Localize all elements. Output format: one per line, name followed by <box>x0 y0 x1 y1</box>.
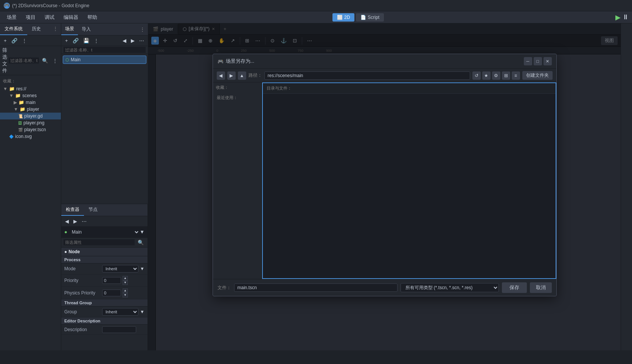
scene-extra-btn[interactable]: ⋯ <box>138 37 146 44</box>
nav-settings-btn[interactable]: ⚙ <box>492 71 500 80</box>
inspector-tabs: 检查器 节点 <box>61 204 148 216</box>
scene-node-main[interactable]: ⬡ Main <box>63 56 146 64</box>
tab-scene[interactable]: 场景 <box>61 23 78 35</box>
file-type-select[interactable]: 所有可用类型 (*.tscn, *.scn, *.res) <box>401 283 499 292</box>
scene-panel-more[interactable]: ⋮ <box>137 25 148 34</box>
tree-item-main[interactable]: ▶ 📁 main <box>0 99 61 106</box>
scene-save-btn[interactable]: 💾 <box>82 37 91 44</box>
tab-node[interactable]: 节点 <box>84 204 102 216</box>
dialog-title: 🎮 场景另存为... <box>217 58 524 65</box>
fs-options-btn[interactable]: ⋮ <box>51 57 59 64</box>
dialog-nav: ◀ ▶ ▲ 路径： ↺ ★ ⚙ ⊞ ≡ 创建文件夹 <box>213 69 556 82</box>
tree-item-scenes[interactable]: ▼ 📁 scenes <box>0 92 61 99</box>
process-section-header: Process <box>61 256 148 263</box>
nav-list-view-btn[interactable]: ≡ <box>512 71 520 80</box>
tree-item-player-png[interactable]: 🖼 player.png <box>0 119 61 126</box>
menu-bar: 场景 项目 调试 编辑器 帮助 ⬜ 2D 📄 Script ▶ ⏸ <box>0 11 632 23</box>
menu-help[interactable]: 帮助 <box>84 12 101 22</box>
new-folder-btn[interactable]: 创建文件夹 <box>522 71 553 80</box>
inspector-history-back[interactable]: ◀ <box>64 218 70 225</box>
filter-label: 筛选文件 <box>2 47 7 74</box>
png-file-icon: 🖼 <box>18 121 22 125</box>
priority-down[interactable]: ▼ <box>123 280 128 285</box>
priority-up[interactable]: ▲ <box>123 276 128 280</box>
tree-item-label: res:// <box>16 86 26 91</box>
cancel-btn[interactable]: 取消 <box>530 282 552 293</box>
scene-more-btn[interactable]: ⋮ <box>92 37 100 44</box>
nav-back-btn[interactable]: ◀ <box>217 71 225 80</box>
tree-item-player[interactable]: ▼ 📁 player <box>0 106 61 113</box>
scene-node-label: Main <box>71 57 81 62</box>
prop-physics-priority: Physics Priority ▲ ▼ <box>61 287 148 299</box>
menu-debug[interactable]: 调试 <box>41 12 58 22</box>
nav-fwd-btn[interactable]: ▶ <box>227 71 236 80</box>
group-select[interactable]: Inherit <box>102 308 138 316</box>
physics-priority-spinner[interactable]: ▲ ▼ <box>123 288 128 297</box>
inspector-filter-input[interactable] <box>64 239 135 245</box>
scene-add-btn[interactable]: + <box>64 37 70 44</box>
menu-project[interactable]: 项目 <box>22 12 39 22</box>
nav-refresh-btn[interactable]: ↺ <box>472 71 481 80</box>
pause-button[interactable]: ⏸ <box>622 13 629 21</box>
fs-more-btn[interactable]: ⋮ <box>20 37 28 44</box>
path-input[interactable] <box>264 71 470 80</box>
node-dot-icon: ● <box>64 249 67 254</box>
inspector-history-fwd[interactable]: ▶ <box>72 218 79 225</box>
tree-item-player-tscn[interactable]: 🎬 player.tscn <box>0 126 61 133</box>
file-tree: 收藏： ▼ 📁 res:// ▼ 📁 scenes ▶ 📁 main ▼ <box>0 75 61 350</box>
inspector-more[interactable]: ⋯ <box>80 218 88 225</box>
mode-script-button[interactable]: 📄 Script <box>356 13 384 22</box>
title-bar: 🎮 (*) 2DSurvivorsCourse - Godot Engine <box>0 0 632 11</box>
bookmarks-section-label: 收藏： <box>213 82 262 93</box>
scene-filter-input[interactable] <box>64 47 146 53</box>
menu-editor[interactable]: 编辑器 <box>60 12 82 22</box>
inspector-node-select[interactable]: ● Main ▼ <box>61 227 148 238</box>
physics-priority-down[interactable]: ▼ <box>123 293 128 297</box>
physics-priority-input[interactable] <box>102 290 121 296</box>
tab-history[interactable]: 历史 <box>27 23 45 35</box>
mode-2d-icon: ⬜ <box>337 15 343 20</box>
physics-priority-up[interactable]: ▲ <box>123 288 128 293</box>
tree-item-icon[interactable]: 🔷 icon.svg <box>0 133 61 140</box>
node-type-select[interactable]: Main <box>69 228 140 236</box>
nav-bookmark-btn[interactable]: ★ <box>482 71 491 80</box>
nav-grid-view-btn[interactable]: ⊞ <box>502 71 510 80</box>
fs-filter-input[interactable] <box>9 57 39 64</box>
priority-spinner[interactable]: ▲ ▼ <box>123 276 128 285</box>
tab-filesystem[interactable]: 文件系统 <box>0 23 27 35</box>
fs-search-btn[interactable]: 🔍 <box>40 57 50 64</box>
scene-toolbar: + 🔗 💾 ⋮ ◀ ▶ ⋯ <box>61 36 148 46</box>
dialog-file-area[interactable]: 目录与文件： <box>262 82 556 279</box>
inspector-search-btn[interactable]: 🔍 <box>136 239 145 246</box>
priority-input[interactable] <box>102 277 121 284</box>
filename-input[interactable] <box>234 283 398 292</box>
prop-description: Description <box>61 325 148 335</box>
nav-up-btn[interactable]: ▲ <box>238 71 246 80</box>
dialog-minimize-btn[interactable]: ─ <box>524 57 532 65</box>
tab-inspector[interactable]: 检查器 <box>61 204 84 216</box>
fs-link-btn[interactable]: 🔗 <box>10 37 19 44</box>
tree-item-res[interactable]: ▼ 📁 res:// <box>0 85 61 92</box>
menu-scene[interactable]: 场景 <box>3 12 20 22</box>
mode-2d-button[interactable]: ⬜ 2D <box>332 13 354 22</box>
tree-item-label: player.png <box>23 120 44 125</box>
thread-group-header: Thread Group <box>61 299 148 307</box>
fs-filter-bar: 筛选文件 🔍 ⋮ <box>0 46 61 75</box>
tree-item-player-gd[interactable]: 📜 player.gd <box>0 113 61 119</box>
svg-file-icon: 🔷 <box>9 135 14 139</box>
tree-item-label: icon.svg <box>15 134 32 139</box>
tree-item-label: player <box>27 107 39 112</box>
filesystem-more-btn[interactable]: ⋮ <box>50 23 61 35</box>
scene-prev-btn[interactable]: ◀ <box>121 37 128 44</box>
scene-link-btn[interactable]: 🔗 <box>71 37 80 44</box>
scene-next-btn[interactable]: ▶ <box>129 37 136 44</box>
dialog-close-btn[interactable]: ✕ <box>543 57 552 65</box>
play-button[interactable]: ▶ <box>615 13 621 22</box>
fs-new-btn[interactable]: + <box>2 37 8 44</box>
tab-import[interactable]: 导入 <box>78 24 95 35</box>
dialog-maximize-btn[interactable]: □ <box>534 57 542 65</box>
mode-select[interactable]: Inherit <box>102 265 138 273</box>
save-btn[interactable]: 保存 <box>502 282 527 293</box>
scene-panel: 场景 导入 ⋮ + 🔗 💾 ⋮ ◀ ▶ ⋯ ⬡ Main 检查器 <box>61 23 148 350</box>
description-input[interactable] <box>102 326 136 333</box>
